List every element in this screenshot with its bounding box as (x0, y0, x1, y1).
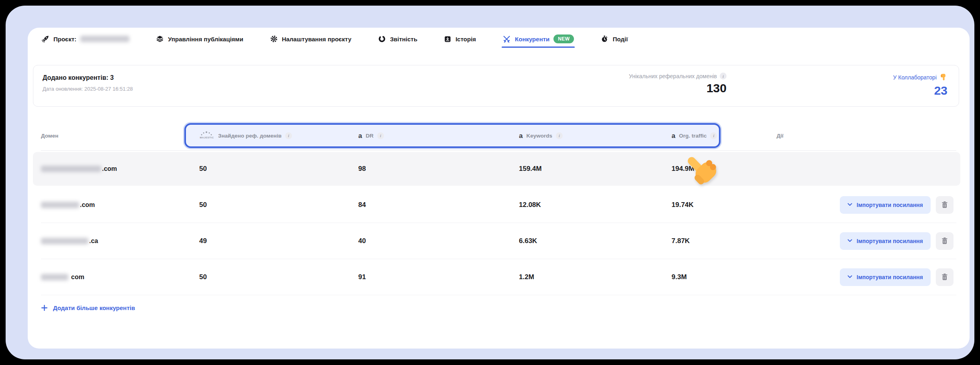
unique-ref-domains-block: Унікальних реферальних доменів i 130 (629, 73, 727, 95)
trash-icon (941, 273, 948, 281)
domain-cell: .ca (41, 223, 98, 259)
domain-suffix: .com (80, 201, 95, 209)
page-background-frame: Проєкт: Управління публікаціями (6, 6, 974, 359)
tab-label: Звітність (390, 36, 417, 43)
column-label: DR (365, 133, 374, 139)
plus-icon (41, 304, 48, 311)
crossed-swords-icon (502, 35, 511, 43)
competitors-table: Домен MAJESTIC Знайдено реф. доменів i (41, 123, 956, 295)
domain-cell: .com (41, 151, 117, 187)
keywords-cell: 159.4M (519, 151, 542, 187)
tab-events[interactable]: Події (600, 35, 628, 43)
ahrefs-logo-icon: a (519, 132, 523, 139)
update-date: Дата оновлення: 2025-08-27 16:51:28 (43, 86, 133, 92)
trash-icon (941, 201, 948, 209)
add-more-competitors-link[interactable]: Додати більше конкурентів (41, 304, 135, 311)
new-badge: NEW (553, 34, 574, 43)
info-icon[interactable]: i (720, 73, 727, 79)
masked-domain (41, 274, 68, 280)
domain-suffix: .ca (89, 237, 98, 245)
column-label: Знайдено реф. доменів (218, 133, 282, 139)
tab-label: Налаштування проєкту (282, 36, 351, 43)
gear-icon (270, 35, 278, 43)
keywords-cell: 12.08K (519, 187, 541, 223)
found-ref-domains-cell: 50 (199, 187, 207, 223)
pointing-hand-annotation (683, 152, 720, 189)
tab-label: Події (612, 36, 628, 43)
masked-domain (41, 238, 88, 244)
import-links-button[interactable]: Імпортувати посилання (840, 232, 931, 250)
import-links-label: Імпортувати посилання (857, 238, 923, 244)
found-ref-domains-cell: 50 (199, 259, 207, 295)
import-links-label: Імпортувати посилання (857, 202, 923, 208)
masked-project-domain (80, 36, 129, 42)
org-traffic-cell: 7.87K (672, 223, 690, 259)
tab-label: Управління публікаціями (168, 36, 243, 43)
found-ref-domains-cell: 49 (199, 223, 207, 259)
import-links-button[interactable]: Імпортувати посилання (840, 196, 931, 214)
tab-project-settings[interactable]: Налаштування проєкту (270, 35, 351, 43)
column-header-dr: a DR i (358, 123, 384, 148)
tab-history[interactable]: Історія (444, 35, 476, 43)
column-label: Keywords (526, 133, 552, 139)
layers-icon (156, 35, 164, 43)
row-actions: Імпортувати посилання (840, 223, 953, 259)
row-actions: Імпортувати посилання (840, 259, 953, 295)
dr-cell: 84 (358, 187, 366, 223)
delete-competitor-button[interactable] (936, 196, 953, 214)
dr-cell: 98 (358, 151, 366, 187)
domain-cell: com (41, 259, 84, 295)
nav-project-label: Проєкт: (53, 36, 76, 43)
dr-cell: 40 (358, 223, 366, 259)
found-ref-domains-cell: 50 (199, 151, 207, 187)
table-row[interactable]: .com 50 84 12.08K 19.74K Імпортувати пос… (41, 187, 956, 223)
keywords-cell: 1.2M (519, 259, 534, 295)
app-card: Проєкт: Управління публікаціями (28, 28, 970, 349)
chevron-down-icon (847, 275, 852, 279)
added-competitors-title: Додано конкурентів: 3 (43, 74, 133, 81)
keywords-cell: 6.63K (519, 223, 537, 259)
domain-suffix: .com (102, 165, 117, 172)
info-icon[interactable]: i (377, 132, 384, 139)
column-header-keywords: a Keywords i (519, 123, 563, 148)
info-icon[interactable]: i (710, 132, 717, 139)
info-icon[interactable]: i (285, 132, 292, 139)
column-header-org-traffic: a Org. traffic i (672, 123, 717, 148)
project-nav: Проєкт: Управління публікаціями (41, 30, 958, 48)
domain-cell: .com (41, 187, 95, 223)
in-collaborator-block: У Коллабораторі 23 (893, 73, 947, 97)
delete-competitor-button[interactable] (936, 232, 953, 250)
ahrefs-logo-icon: a (358, 132, 362, 139)
competitors-summary-bar: Додано конкурентів: 3 Дата оновлення: 20… (33, 65, 959, 107)
dr-cell: 91 (358, 259, 366, 295)
masked-domain (41, 166, 101, 172)
info-icon[interactable]: i (556, 132, 563, 139)
hand-down-icon (939, 73, 947, 82)
import-links-button[interactable]: Імпортувати посилання (840, 268, 931, 286)
archive-download-icon (444, 35, 451, 43)
table-row[interactable]: .ca 49 40 6.63K 7.87K Імпортувати посила… (41, 223, 956, 259)
nav-project[interactable]: Проєкт: (41, 35, 129, 43)
column-header-domain: Домен (41, 123, 59, 148)
in-collaborator-value: 23 (893, 84, 947, 97)
tab-reporting[interactable]: Звітність (378, 35, 417, 43)
delete-competitor-button[interactable] (936, 268, 953, 286)
masked-domain (41, 202, 79, 208)
unique-ref-domains-value: 130 (629, 81, 727, 95)
majestic-logo-icon: MAJESTIC (199, 130, 214, 142)
tab-label: Конкуренти (515, 36, 549, 43)
table-header-row: Домен MAJESTIC Знайдено реф. доменів i (41, 123, 956, 151)
column-label: Дії (776, 133, 783, 139)
donut-chart-icon (378, 35, 386, 43)
table-row[interactable]: com 50 91 1.2M 9.3M Імпортувати посиланн… (41, 259, 956, 295)
tab-publications[interactable]: Управління публікаціями (156, 35, 243, 43)
row-actions: Імпортувати посилання (840, 187, 953, 223)
in-collaborator-label-row: У Коллабораторі (893, 73, 947, 82)
in-collaborator-label: У Коллабораторі (893, 74, 937, 81)
svg-text:MAJESTIC: MAJESTIC (200, 136, 214, 139)
table-row[interactable]: .com 50 98 159.4M 194.9M (41, 151, 956, 187)
column-header-actions: Дії (724, 123, 836, 148)
trash-icon (941, 237, 948, 245)
tab-competitors[interactable]: Конкуренти NEW (502, 34, 574, 43)
add-more-competitors-label: Додати більше конкурентів (53, 304, 135, 311)
